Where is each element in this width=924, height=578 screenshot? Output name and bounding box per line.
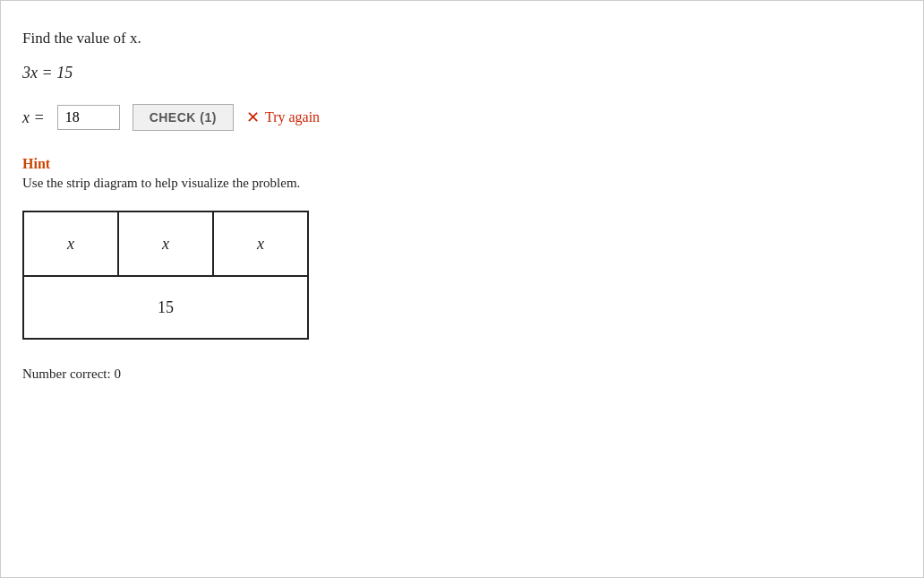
strip-diagram: x x x 15	[22, 211, 902, 340]
strip-cell-3: x	[214, 212, 307, 275]
hint-text: Use the strip diagram to help visualize …	[22, 176, 902, 191]
number-correct: Number correct: 0	[22, 367, 902, 382]
try-again-message: ✕ Try again	[246, 108, 320, 127]
content-area: Find the value of x. 3x = 15 x = CHECK (…	[1, 1, 923, 403]
strip-cell-2: x	[119, 212, 214, 275]
hint-label: Hint	[22, 156, 902, 172]
answer-input[interactable]	[57, 105, 120, 130]
equation: 3x = 15	[22, 64, 902, 82]
hint-section: Hint Use the strip diagram to help visua…	[22, 156, 902, 191]
main-container: Find the value of x. 3x = 15 x = CHECK (…	[0, 0, 924, 578]
strip-cell-1: x	[24, 212, 119, 275]
answer-label: x =	[22, 108, 45, 127]
answer-row: x = CHECK (1) ✕ Try again	[22, 104, 902, 131]
problem-title: Find the value of x.	[22, 30, 902, 47]
strip-bottom-value: 15	[158, 298, 174, 317]
strip-top-row: x x x	[22, 211, 309, 277]
check-button[interactable]: CHECK (1)	[133, 104, 234, 131]
strip-bottom-row: 15	[22, 277, 309, 340]
try-again-label: Try again	[265, 109, 320, 125]
x-icon: ✕	[246, 108, 260, 127]
